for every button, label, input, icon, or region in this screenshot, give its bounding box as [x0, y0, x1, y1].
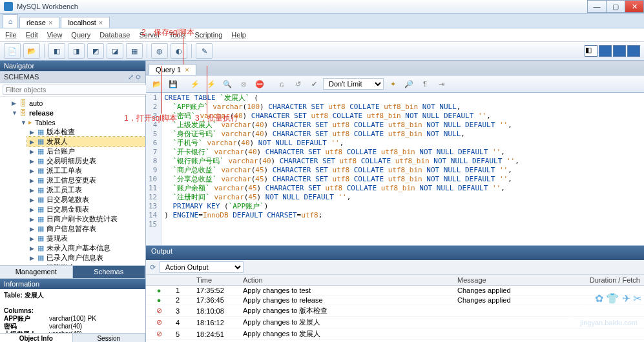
output-row[interactable]: ● 217:36:45Apply changes to releaseChang… [146, 296, 644, 305]
tab-object-info[interactable]: Object Info [0, 333, 73, 342]
navigator-bottom-tabs: Management Schemas [0, 265, 145, 278]
sql-code[interactable]: CREATE TABLE `发展人` ( `APP账户` varchar(100… [161, 93, 522, 245]
tb-btn-4[interactable]: ◨ [68, 43, 85, 59]
work-area: Query 1× 📂 💾 ⚡ ⚡ 🔍 ⦻ ⛔ ⎌ ↺ ✔ Don't Limit… [146, 61, 644, 342]
table-item[interactable]: ▶▦日商户刷卡次数统计表 [27, 214, 145, 224]
tab-schemas[interactable]: Schemas [73, 265, 146, 278]
line-gutter: 123456789101112131415 [146, 93, 161, 245]
table-item[interactable]: ▶▦商户信息暂存表 [27, 224, 145, 234]
explain-button[interactable]: 🔍 [220, 77, 234, 90]
menu-file[interactable]: File [5, 31, 17, 39]
table-item[interactable]: ▶▦交易明细历史表 [27, 156, 145, 166]
schema-release[interactable]: ▼🗄release [9, 108, 145, 117]
rollback-button[interactable]: ↺ [291, 77, 305, 90]
layout-toggles: ◧ [585, 45, 640, 57]
autocommit-button[interactable]: ✔ [307, 77, 321, 90]
menu-scripting[interactable]: Scripting [195, 31, 223, 39]
app-icon [4, 2, 13, 11]
table-item[interactable]: ▶▦日交易金额表 [27, 205, 145, 214]
query-toolbar: 📂 💾 ⚡ ⚡ 🔍 ⦻ ⛔ ⎌ ↺ ✔ Don't Limit ✦ 🔎 ¶ ⇥ [146, 75, 644, 93]
new-sql-tab-button[interactable]: 📄 [4, 43, 21, 59]
query-tab-1[interactable]: Query 1× [149, 64, 196, 75]
close-icon[interactable]: × [48, 19, 52, 26]
connection-tab-rlease[interactable]: rlease× [19, 17, 59, 28]
execute-current-button[interactable]: ⚡ [204, 77, 218, 90]
maximize-button[interactable]: ▢ [606, 0, 625, 13]
execute-button[interactable]: ⚡ [188, 77, 202, 90]
wrap-button[interactable]: ⇥ [434, 77, 448, 90]
connection-tabstrip: ⌂ rlease× localhost× [0, 14, 644, 28]
menu-help[interactable]: Help [231, 31, 246, 39]
query-tabstrip: Query 1× [146, 61, 644, 75]
output-mode-select[interactable]: Action Output [160, 261, 244, 273]
menu-bar: File Edit View Query Database Server Too… [0, 28, 644, 42]
menu-database[interactable]: Database [99, 31, 130, 39]
table-item[interactable]: ▶▦派工工单表 [27, 166, 145, 176]
table-item[interactable]: ▶▦派工员工表 [27, 185, 145, 195]
table-item[interactable]: ▶▦派工信息变更表 [27, 176, 145, 185]
window-title: MySQL Workbench [17, 3, 78, 10]
table-item[interactable]: ▶▦后台账户 [27, 146, 145, 156]
tb-btn-10[interactable]: ✎ [196, 43, 213, 59]
output-row[interactable]: ⊘ 318:10:08Apply changes to 版本检查 [146, 305, 644, 317]
find-button[interactable]: 🔎 [402, 77, 416, 90]
table-item[interactable]: ▶▦未录入商户基本信息 [27, 243, 145, 253]
toggle-panel-2[interactable] [613, 45, 626, 57]
stop-on-error-button[interactable]: ⛔ [253, 77, 267, 90]
open-script-button[interactable]: 📂 [150, 77, 164, 90]
menu-tools[interactable]: Tools [169, 31, 186, 39]
menu-server[interactable]: Server [139, 31, 160, 39]
table-item[interactable]: ▶▦提现表 [27, 234, 145, 243]
tb-btn-3[interactable]: ◧ [48, 43, 65, 59]
output-row[interactable]: ● 117:35:52Apply changes to testChanges … [146, 286, 644, 296]
filter-row [0, 83, 145, 97]
information-panel: Information Table: 发展人 Columns: APP账户var… [0, 278, 145, 342]
tb-btn-9[interactable]: ◐ [171, 43, 187, 59]
output-row[interactable]: ⊘ 418:16:12Apply changes to 发展人 [146, 317, 644, 328]
save-script-button[interactable]: 💾 [166, 77, 180, 90]
close-button[interactable]: ✕ [625, 0, 644, 13]
schema-tree[interactable]: ▶🗄auto ▼🗄release ▼▸Tables ▶▦版本检查▶▦发展人▶▦后… [0, 97, 145, 265]
toggle-sidebar[interactable]: ◧ [585, 45, 597, 57]
menu-view[interactable]: View [47, 31, 63, 39]
schema-auto[interactable]: ▶🗄auto [9, 98, 145, 108]
table-item[interactable]: ▶▦版本检查 [27, 127, 145, 137]
tb-btn-5[interactable]: ◩ [87, 43, 104, 59]
stop-button[interactable]: ⦻ [236, 77, 251, 90]
home-tab[interactable]: ⌂ [3, 14, 18, 28]
output-row[interactable]: ⊘ 518:24:51Apply changes to 发展人 [146, 328, 644, 340]
beautify-button[interactable]: ✦ [386, 77, 400, 90]
sql-editor[interactable]: 123456789101112131415 CREATE TABLE `发展人`… [146, 93, 644, 246]
filter-objects-input[interactable] [3, 85, 149, 95]
output-toolbar: ⟳ Action Output [146, 260, 644, 275]
folder-tables[interactable]: ▼▸Tables [18, 117, 145, 127]
output-grid: Time Action Message Duration / Fetch ● 1… [146, 275, 644, 342]
minimize-button[interactable]: — [587, 0, 607, 13]
tb-btn-7[interactable]: ▦ [126, 43, 143, 59]
tab-management[interactable]: Management [0, 265, 73, 278]
menu-edit[interactable]: Edit [26, 31, 38, 39]
toggle-panel-3[interactable] [627, 45, 640, 57]
connection-tab-localhost[interactable]: localhost× [61, 17, 110, 28]
information-header: Information [0, 279, 145, 289]
window-titlebar: MySQL Workbench — ▢ ✕ [0, 0, 644, 14]
menu-query[interactable]: Query [71, 31, 90, 39]
open-sql-button[interactable]: 📂 [23, 43, 40, 59]
window-controls: — ▢ ✕ [588, 0, 644, 13]
output-refresh-icon[interactable]: ⟳ [150, 263, 156, 272]
tab-session[interactable]: Session [73, 333, 146, 342]
table-item[interactable]: ▶▦日交易笔数表 [27, 195, 145, 205]
close-icon[interactable]: × [185, 66, 189, 74]
row-limit-select[interactable]: Don't Limit [323, 78, 384, 90]
close-icon[interactable]: × [99, 19, 103, 26]
schemas-header: SCHEMAS ⤢ ⟳ [0, 71, 145, 83]
table-item[interactable]: ▶▦已录入商户信息表 [27, 253, 145, 263]
output-header: Output [146, 246, 644, 260]
toggle-panel-1[interactable] [599, 45, 612, 57]
invisible-chars-button[interactable]: ¶ [418, 77, 432, 90]
table-item[interactable]: ▶▦发展人 [27, 137, 145, 146]
navigator-sidebar: Navigator SCHEMAS ⤢ ⟳ ▶🗄auto ▼🗄release ▼… [0, 61, 146, 342]
tb-btn-8[interactable]: ◍ [151, 43, 168, 59]
commit-button[interactable]: ⎌ [275, 77, 289, 90]
tb-btn-6[interactable]: ◪ [107, 43, 123, 59]
